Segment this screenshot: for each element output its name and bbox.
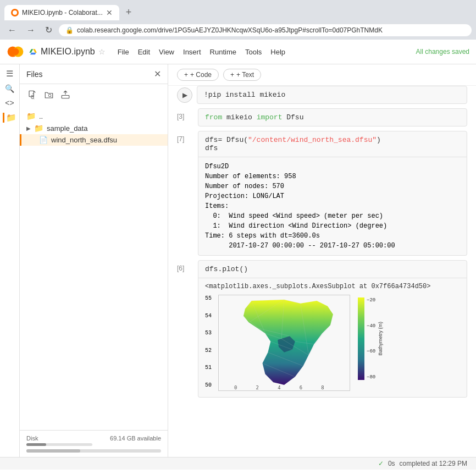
address-bar[interactable]: 🔒 colab.research.google.com/drive/1PG5uA… bbox=[59, 24, 472, 36]
address-text: colab.research.google.com/drive/1PG5uAEJ… bbox=[77, 26, 383, 34]
cell-3-number: [7] bbox=[177, 131, 193, 143]
disk-bar-container bbox=[26, 443, 161, 446]
svg-text:4: 4 bbox=[278, 385, 280, 390]
content-area: ☰ 🔍 <> 📁 Files ✕ bbox=[0, 64, 476, 457]
dfs-var: dfs bbox=[205, 144, 218, 152]
file-tree: 📁 .. ▶ 📁 sample_data 📄 wind_north_sea.df… bbox=[20, 108, 168, 430]
file-item-label: .. bbox=[39, 112, 43, 120]
svg-text:8: 8 bbox=[321, 385, 324, 390]
menu-insert[interactable]: Insert bbox=[180, 47, 204, 57]
y-labels: 55 54 53 52 51 50 bbox=[205, 295, 214, 388]
notebook-name[interactable]: MIKEIO.ipynb bbox=[41, 47, 95, 57]
y5: 55 bbox=[205, 296, 212, 301]
folder-icon-2: 📁 bbox=[34, 124, 43, 133]
y4: 54 bbox=[205, 313, 212, 319]
save-status: All changes saved bbox=[416, 48, 469, 56]
app-toolbar: MIKEIO.ipynb ☆ File Edit View Insert Run… bbox=[0, 40, 476, 64]
file-item-dfsu[interactable]: 📄 wind_north_sea.dfsu bbox=[20, 134, 168, 146]
y2: 52 bbox=[205, 348, 212, 354]
tab-favicon bbox=[11, 9, 19, 16]
notebook: + + Code + + Text ▶ !pip install mikeio bbox=[168, 64, 476, 457]
y0: 50 bbox=[205, 383, 212, 388]
status-time: 0s bbox=[388, 460, 395, 467]
colorbar: −20 −40 −60 −80 Bathymetry (m) bbox=[357, 295, 383, 383]
address-bar-row: ← → ↻ 🔒 colab.research.google.com/drive/… bbox=[0, 20, 476, 40]
drive-icon bbox=[29, 47, 37, 56]
back-button[interactable]: ← bbox=[4, 24, 20, 36]
menu-edit[interactable]: Edit bbox=[135, 47, 153, 57]
new-folder-button[interactable] bbox=[42, 87, 56, 104]
active-tab[interactable]: MIKEIO.ipynb - Colaborat... ✕ bbox=[4, 5, 119, 20]
svg-text:2: 2 bbox=[256, 385, 259, 390]
menu-tools[interactable]: Tools bbox=[242, 47, 265, 57]
code-strip-icon[interactable]: <> bbox=[5, 98, 14, 107]
new-tab-button[interactable]: + bbox=[121, 4, 136, 20]
cell-2-row: [3] from mikeio import Dfsu bbox=[177, 108, 467, 126]
cell-2-number: [3] bbox=[177, 108, 193, 120]
colorbar-inner: −20 −40 −60 −80 Bathymetry (m) bbox=[357, 295, 383, 383]
sidebar-close-button[interactable]: ✕ bbox=[154, 69, 161, 79]
cell-4-output: <matplotlib.axes._subplots.AxesSubplot a… bbox=[198, 278, 467, 398]
plot-svg-container: 0 2 4 6 8 bbox=[218, 295, 350, 393]
scrollbar-thumb[interactable] bbox=[26, 449, 80, 453]
menu-help[interactable]: Help bbox=[267, 47, 289, 57]
colorbar-title-text: Bathymetry (m) bbox=[378, 322, 383, 356]
cell-3-row: [7] dfs= Dfsu("/content/wind_north_sea.d… bbox=[177, 131, 467, 256]
cell-4-content: dfs.plot() <matplotlib.axes._subplots.Ax… bbox=[198, 260, 467, 398]
mikeio-text: mikeio bbox=[226, 113, 257, 122]
sidebar-actions bbox=[20, 84, 168, 108]
cell-3-line2: dfs bbox=[205, 144, 460, 152]
colorbar-labels: −20 −40 −60 −80 bbox=[367, 295, 375, 383]
file-item-dotdot[interactable]: 📁 .. bbox=[20, 110, 168, 122]
sidebar-title: Files bbox=[26, 70, 43, 79]
folder-icon: 📁 bbox=[26, 112, 36, 120]
menu-icon[interactable]: ☰ bbox=[6, 69, 13, 79]
star-icon[interactable]: ☆ bbox=[98, 47, 106, 56]
tab-close-button[interactable]: ✕ bbox=[106, 8, 113, 17]
status-check-icon: ✓ bbox=[378, 460, 384, 467]
add-code-button[interactable]: + + Code bbox=[177, 69, 219, 81]
disk-label-text: Disk bbox=[26, 435, 38, 442]
menu-runtime[interactable]: Runtime bbox=[207, 47, 240, 57]
file-item-sample-data[interactable]: ▶ 📁 sample_data bbox=[20, 122, 168, 134]
import-keyword: import bbox=[257, 113, 283, 122]
disk-bar-inner bbox=[26, 443, 46, 446]
cell-import: [3] from mikeio import Dfsu bbox=[177, 108, 467, 126]
plus-icon: + bbox=[184, 71, 188, 79]
file-item-label-2: sample_data bbox=[47, 124, 87, 133]
cell-4-code[interactable]: dfs.plot() bbox=[198, 260, 467, 278]
file-item-label-3: wind_north_sea.dfsu bbox=[51, 136, 117, 144]
cell-3-code[interactable]: dfs= Dfsu("/content/wind_north_sea.dfsu"… bbox=[198, 131, 467, 157]
disk-bar-outer bbox=[26, 443, 92, 446]
tab-title: MIKEIO.ipynb - Colaborat... bbox=[22, 9, 103, 16]
left-icon-strip: ☰ 🔍 <> 📁 bbox=[0, 64, 20, 457]
cb-label-top: −20 bbox=[367, 297, 375, 303]
horizontal-scrollbar[interactable] bbox=[26, 449, 161, 453]
refresh-button[interactable]: ↻ bbox=[42, 24, 56, 36]
file-icon: 📄 bbox=[39, 136, 48, 144]
svg-point-5 bbox=[48, 94, 51, 97]
colorbar-svg bbox=[357, 295, 366, 383]
sidebar: Files ✕ 📁 .. ▶ bbox=[20, 64, 168, 457]
cb-label-2: −40 bbox=[367, 323, 375, 329]
status-completed-text: completed at 12:29 PM bbox=[400, 460, 467, 467]
files-strip-icon[interactable]: 📁 bbox=[3, 113, 16, 123]
cell-1-code[interactable]: !pip install mikeio bbox=[197, 86, 467, 104]
plot-output-text: <matplotlib.axes._subplots.AxesSubplot a… bbox=[205, 283, 460, 290]
upload-button[interactable] bbox=[58, 87, 73, 104]
search-strip-icon[interactable]: 🔍 bbox=[5, 84, 14, 93]
cell-3-content: dfs= Dfsu("/content/wind_north_sea.dfsu"… bbox=[198, 131, 467, 256]
run-button-1[interactable]: ▶ bbox=[177, 87, 192, 103]
menu-file[interactable]: File bbox=[114, 47, 132, 57]
forward-button[interactable]: → bbox=[23, 24, 38, 36]
cell-4-row: [6] dfs.plot() <matplotlib.axes._subplot… bbox=[177, 260, 467, 398]
menu-view[interactable]: View bbox=[156, 47, 178, 57]
new-file-button[interactable] bbox=[25, 87, 40, 104]
add-text-button[interactable]: + + Text bbox=[223, 69, 261, 81]
disk-available-text: 69.14 GB available bbox=[110, 435, 161, 442]
cell-4-number: [6] bbox=[177, 260, 193, 272]
cell-2-code[interactable]: from mikeio import Dfsu bbox=[198, 108, 467, 126]
y1: 51 bbox=[205, 365, 212, 371]
cell-3-output: Dfsu2D Number of elements: 958 Number of… bbox=[198, 157, 467, 256]
plot-call: dfs.plot() bbox=[205, 265, 248, 273]
